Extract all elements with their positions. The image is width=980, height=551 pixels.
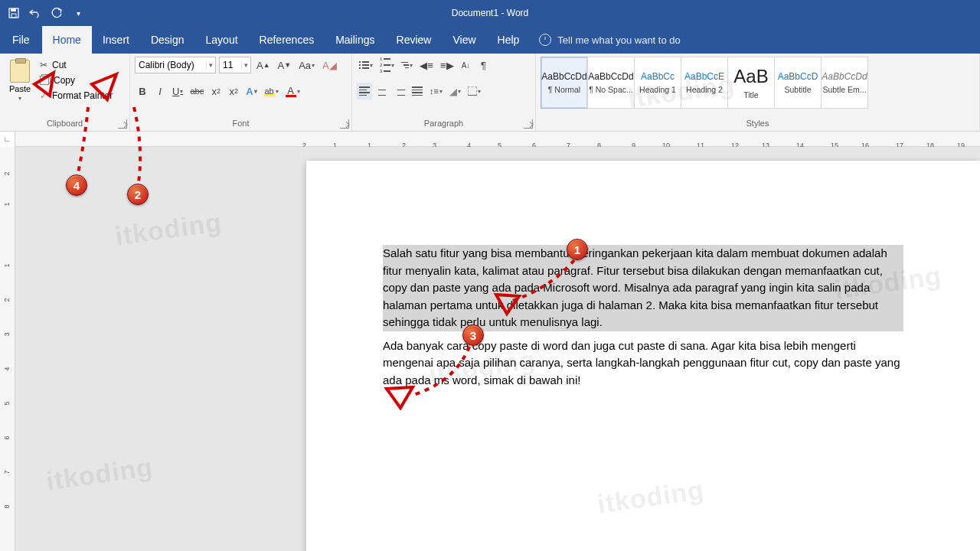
style-subtle-em-[interactable]: AaBbCcDdSubtle Em... — [821, 57, 868, 109]
style-heading-1[interactable]: AaBbCcHeading 1 — [634, 57, 681, 109]
line-spacing-button[interactable]: ↕≡▾ — [427, 83, 445, 99]
group-paragraph: ▾ 123▾ ▾ ◀≡ ≡▶ A↓ ¶ ↕≡▾ ◢▾ ▾ Paragraph — [352, 54, 536, 131]
change-case-button[interactable]: Aa▾ — [296, 57, 317, 73]
page: Salah satu fitur yang bisa membantu meri… — [306, 161, 980, 551]
clipboard-dialog-launcher[interactable] — [118, 119, 127, 129]
group-label-styles: Styles — [541, 117, 975, 129]
align-center-button[interactable] — [374, 83, 390, 99]
font-size-combo[interactable]: 11▾ — [219, 57, 251, 73]
group-label-clipboard: Clipboard — [5, 117, 125, 129]
show-marks-button[interactable]: ¶ — [476, 57, 492, 73]
tab-selector[interactable]: ∟ — [0, 132, 15, 147]
style--normal[interactable]: AaBbCcDd¶ Normal — [541, 57, 588, 109]
group-font: Calibri (Body)▾ 11▾ A▲ A▼ Aa▾ A◢ B I U▾ … — [130, 54, 352, 131]
text-effects-button[interactable]: A▾ — [243, 83, 259, 99]
paste-button[interactable]: Paste ▾ — [5, 57, 35, 102]
align-right-icon — [394, 86, 405, 96]
font-name-combo[interactable]: Calibri (Body)▾ — [135, 57, 216, 73]
borders-button[interactable]: ▾ — [466, 83, 483, 99]
tab-review[interactable]: Review — [386, 26, 443, 54]
align-right-button[interactable] — [392, 83, 407, 99]
save-icon[interactable] — [8, 7, 20, 19]
align-left-icon — [359, 86, 370, 96]
multilevel-icon — [401, 62, 409, 69]
outdent-icon: ◀≡ — [420, 60, 433, 71]
indent-icon: ≡▶ — [440, 60, 454, 71]
title-bar: ▾ Document1 - Word — [0, 0, 980, 26]
shading-button[interactable]: ◢▾ — [447, 83, 463, 99]
paragraph-1[interactable]: Salah satu fitur yang bisa membantu meri… — [383, 245, 903, 331]
shrink-font-button[interactable]: A▼ — [276, 57, 294, 73]
tab-design[interactable]: Design — [140, 26, 195, 54]
copy-button[interactable]: Copy — [40, 75, 113, 86]
redo-icon[interactable] — [51, 7, 63, 19]
align-left-button[interactable] — [357, 83, 372, 99]
workspace: 2112345678 Salah satu fitur yang bisa me… — [0, 147, 980, 551]
cut-button[interactable]: ✂Cut — [40, 60, 113, 70]
grow-font-button[interactable]: A▲ — [254, 57, 273, 73]
tab-help[interactable]: Help — [487, 26, 531, 54]
paint-bucket-icon: ◢ — [449, 86, 457, 97]
ribbon: Paste ▾ ✂Cut Copy ✓Format Painter Clipbo… — [0, 54, 980, 132]
underline-button[interactable]: U▾ — [170, 83, 185, 99]
borders-icon — [468, 86, 477, 96]
svg-rect-1 — [11, 8, 16, 11]
tab-mailings[interactable]: Mailings — [325, 26, 385, 54]
align-center-icon — [377, 86, 387, 96]
paragraph-dialog-launcher[interactable] — [524, 119, 533, 129]
horizontal-ruler[interactable]: ∟ 2112345678910111213141516171819 — [0, 132, 980, 147]
clipboard-icon — [10, 60, 30, 83]
tab-references[interactable]: References — [249, 26, 325, 54]
chevron-down-icon: ▾ — [241, 61, 250, 69]
tab-file[interactable]: File — [0, 26, 42, 54]
document-area[interactable]: Salah satu fitur yang bisa membantu meri… — [15, 147, 980, 551]
font-dialog-launcher[interactable] — [340, 119, 349, 129]
italic-button[interactable]: I — [152, 83, 168, 99]
group-label-font: Font — [135, 117, 347, 129]
pilcrow-icon: ¶ — [481, 60, 486, 71]
bullets-button[interactable]: ▾ — [357, 57, 375, 73]
multilevel-list-button[interactable]: ▾ — [399, 57, 415, 73]
undo-icon[interactable] — [29, 7, 41, 19]
justify-icon — [412, 86, 423, 96]
format-painter-button[interactable]: ✓Format Painter — [40, 90, 113, 101]
justify-button[interactable] — [410, 83, 425, 99]
subscript-button[interactable]: x2 — [208, 83, 224, 99]
sort-icon: A↓ — [462, 61, 471, 70]
group-styles: AaBbCcDd¶ NormalAaBbCcDd¶ No Spac...AaBb… — [536, 54, 980, 131]
paragraph-2[interactable]: Ada banyak cara copy paste di word dan j… — [383, 337, 903, 390]
style-title[interactable]: AaBTitle — [727, 57, 775, 109]
tell-me-search[interactable]: Tell me what you want to do — [530, 26, 689, 54]
copy-icon — [40, 76, 49, 85]
qat-customize-icon[interactable]: ▾ — [72, 7, 84, 19]
increase-indent-button[interactable]: ≡▶ — [438, 57, 456, 73]
decrease-indent-button[interactable]: ◀≡ — [417, 57, 436, 73]
scissors-icon: ✂ — [40, 60, 47, 70]
sort-button[interactable]: A↓ — [459, 57, 474, 73]
style-heading-2[interactable]: AaBbCcEHeading 2 — [681, 57, 728, 109]
tell-me-placeholder: Tell me what you want to do — [557, 34, 680, 46]
strikethrough-button[interactable]: abc — [188, 83, 206, 99]
group-clipboard: Paste ▾ ✂Cut Copy ✓Format Painter Clipbo… — [0, 54, 130, 131]
style--no-spac-[interactable]: AaBbCcDd¶ No Spac... — [587, 57, 635, 109]
tab-home[interactable]: Home — [42, 26, 92, 54]
font-color-button[interactable]: A▾ — [283, 83, 302, 99]
clear-formatting-button[interactable]: A◢ — [320, 57, 339, 73]
quick-access-toolbar: ▾ — [0, 7, 92, 19]
highlight-button[interactable]: ab▾ — [262, 83, 281, 99]
vertical-ruler[interactable]: 2112345678 — [0, 147, 15, 551]
numbering-button[interactable]: 123▾ — [377, 57, 397, 73]
tab-layout[interactable]: Layout — [195, 26, 249, 54]
style-subtitle[interactable]: AaBbCcDSubtitle — [774, 57, 822, 109]
ribbon-tabs: File Home Insert Design Layout Reference… — [0, 26, 980, 54]
paste-label: Paste — [9, 84, 31, 93]
superscript-button[interactable]: x2 — [226, 83, 241, 99]
tab-insert[interactable]: Insert — [92, 26, 140, 54]
lightbulb-icon — [539, 34, 551, 46]
tab-view[interactable]: View — [442, 26, 486, 54]
chevron-down-icon: ▾ — [206, 61, 215, 69]
svg-rect-2 — [11, 14, 16, 18]
paintbrush-icon: ✓ — [40, 90, 47, 101]
bold-button[interactable]: B — [135, 83, 150, 99]
bullets-icon — [359, 61, 369, 69]
